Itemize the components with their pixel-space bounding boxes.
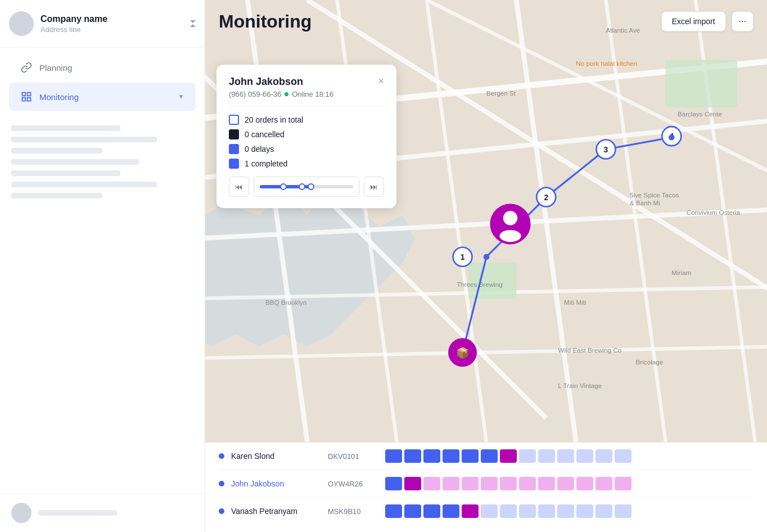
driver-name[interactable]: Vanash Petranyam bbox=[231, 507, 321, 516]
route-box bbox=[404, 477, 421, 490]
planning-label: Planning bbox=[39, 63, 184, 73]
svg-text:Wild East Brewing Co: Wild East Brewing Co bbox=[558, 346, 621, 354]
route-box bbox=[385, 477, 402, 490]
more-options-button[interactable]: ··· bbox=[732, 11, 754, 31]
svg-text:2: 2 bbox=[544, 193, 548, 202]
sidebar-item-monitoring[interactable]: Monitoring ▼ bbox=[9, 83, 196, 111]
timeline-start-button[interactable]: ⏮ bbox=[229, 177, 249, 197]
route-box bbox=[423, 477, 440, 490]
list-item: John Jakobson OYW4R26 bbox=[219, 470, 754, 498]
driver-dot bbox=[219, 481, 224, 486]
sidebar-skeleton bbox=[0, 116, 205, 208]
popup-divider bbox=[229, 106, 384, 107]
route-box bbox=[538, 477, 555, 490]
svg-rect-1 bbox=[28, 93, 31, 96]
timeline-dot-3 bbox=[308, 183, 314, 190]
route-box bbox=[481, 504, 498, 518]
orders-total-icon bbox=[229, 115, 239, 125]
header-actions: Excel import ··· bbox=[661, 11, 754, 31]
company-chevron-icon bbox=[190, 20, 196, 27]
driver-phone: (966) 059-66-36 Online 18:16 bbox=[229, 90, 333, 98]
popup-close-button[interactable]: × bbox=[378, 76, 384, 86]
route-boxes bbox=[385, 449, 754, 463]
sidebar: Company name Address line Planning bbox=[0, 0, 205, 532]
route-box bbox=[519, 504, 536, 518]
route-box bbox=[500, 449, 517, 463]
route-code: OYW4R26 bbox=[328, 480, 378, 488]
svg-text:📦: 📦 bbox=[456, 346, 470, 359]
driver-dot bbox=[219, 508, 224, 514]
route-box bbox=[557, 449, 574, 463]
completed-icon bbox=[229, 159, 239, 169]
svg-text:3: 3 bbox=[604, 146, 608, 154]
svg-text:Miriam: Miriam bbox=[671, 269, 691, 276]
route-box bbox=[519, 477, 536, 490]
svg-rect-2 bbox=[22, 98, 26, 101]
route-box bbox=[481, 477, 498, 490]
excel-import-button[interactable]: Excel import bbox=[661, 11, 726, 31]
svg-text:Atlantic Ave: Atlantic Ave bbox=[606, 26, 640, 34]
svg-text:Barclays Cente: Barclays Cente bbox=[678, 110, 722, 118]
svg-text:No pork halal kitchen: No pork halal kitchen bbox=[576, 60, 637, 67]
popup-stats: 20 orders in total 0 cancelled 0 delays … bbox=[229, 115, 384, 169]
timeline-end-button[interactable]: ⏭ bbox=[364, 177, 384, 197]
svg-rect-0 bbox=[22, 93, 26, 96]
timeline-control: ⏮ ⏭ bbox=[229, 177, 384, 197]
svg-text:Convivium Osteria: Convivium Osteria bbox=[687, 209, 741, 216]
svg-point-41 bbox=[484, 254, 490, 260]
route-box bbox=[385, 449, 402, 463]
route-box bbox=[481, 449, 498, 463]
company-header[interactable]: Company name Address line bbox=[0, 0, 205, 48]
route-box bbox=[615, 449, 631, 463]
skeleton-line bbox=[11, 125, 120, 131]
list-item: Karen Slond DKV0101 bbox=[219, 443, 754, 470]
route-code: DKV0101 bbox=[328, 452, 378, 461]
svg-text:BBQ Brooklyn: BBQ Brooklyn bbox=[265, 299, 306, 306]
skeleton-line bbox=[11, 159, 139, 165]
svg-text:Miti Miti: Miti Miti bbox=[564, 299, 586, 306]
route-box bbox=[443, 449, 459, 463]
timeline-dot-1 bbox=[280, 183, 287, 190]
driver-name[interactable]: Karen Slond bbox=[231, 452, 321, 461]
company-address: Address line bbox=[40, 25, 190, 34]
svg-text:Bergen St: Bergen St bbox=[486, 89, 516, 97]
monitoring-label: Monitoring bbox=[39, 92, 178, 102]
route-box bbox=[595, 449, 612, 463]
skeleton-line bbox=[11, 170, 120, 176]
delays-icon bbox=[229, 144, 239, 154]
route-box bbox=[500, 477, 517, 490]
list-item: Vanash Petranyam MSK9B10 bbox=[219, 498, 754, 525]
driver-list: Karen Slond DKV0101 John Jakobson bbox=[205, 442, 767, 532]
sidebar-footer bbox=[0, 493, 205, 532]
svg-text:5ive Spice Tacos: 5ive Spice Tacos bbox=[630, 191, 679, 199]
svg-text:L Train Vintage: L Train Vintage bbox=[558, 382, 602, 389]
route-box bbox=[404, 504, 421, 518]
timeline-progress bbox=[260, 185, 353, 188]
route-code: MSK9B10 bbox=[328, 507, 378, 516]
user-avatar bbox=[11, 503, 31, 523]
route-box bbox=[615, 504, 631, 518]
route-box bbox=[443, 477, 459, 490]
stat-row-total: 20 orders in total bbox=[229, 115, 384, 125]
route-box bbox=[385, 504, 402, 518]
stat-row-delays: 0 delays bbox=[229, 144, 384, 154]
route-box bbox=[538, 504, 555, 518]
skeleton-line bbox=[11, 193, 102, 199]
route-box bbox=[576, 477, 593, 490]
svg-point-51 bbox=[499, 230, 521, 242]
route-boxes bbox=[385, 504, 754, 518]
main-content: Bergen St Atlantic Ave Barclays Cente BB… bbox=[205, 0, 767, 532]
skeleton-line bbox=[11, 182, 157, 187]
svg-point-46 bbox=[669, 134, 675, 141]
map-container[interactable]: Bergen St Atlantic Ave Barclays Cente BB… bbox=[205, 0, 767, 442]
company-name: Company name bbox=[40, 14, 190, 24]
driver-dot bbox=[219, 453, 224, 459]
driver-name[interactable]: John Jakobson bbox=[231, 479, 321, 488]
sidebar-item-planning[interactable]: Planning bbox=[9, 53, 196, 82]
timeline-track[interactable] bbox=[254, 177, 359, 197]
route-box bbox=[462, 449, 479, 463]
monitoring-chevron-icon: ▼ bbox=[178, 93, 184, 101]
route-box bbox=[423, 504, 440, 518]
route-box bbox=[557, 477, 574, 490]
svg-text:Bricolage: Bricolage bbox=[636, 358, 664, 366]
